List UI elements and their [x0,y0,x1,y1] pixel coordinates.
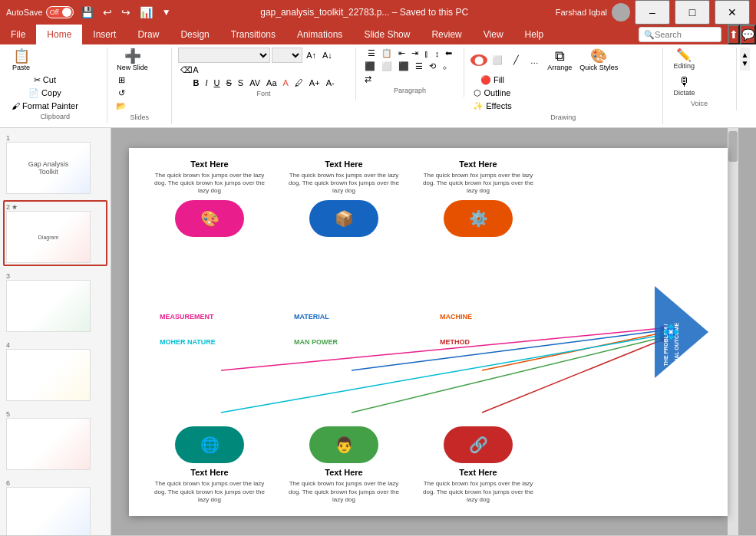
tab-slideshow[interactable]: Slide Show [353,25,421,44]
tab-view[interactable]: View [473,25,514,44]
tab-draw[interactable]: Draw [127,25,170,44]
dictate-button[interactable]: 🎙 Dictate [669,74,700,98]
indent-less-button[interactable]: ⇤ [396,48,408,59]
ribbon-group-slides: ➕ New Slide ⊞ ↺ 📂 Slides [111,48,172,124]
reset-button[interactable]: ↺ [114,87,129,99]
rtl-button[interactable]: ⬅ [443,48,454,59]
numbering-button[interactable]: 📋 [379,48,395,59]
slide-thumb-1[interactable]: 1 Gap AnalysisToolkit [3,131,107,197]
search-icon: 🔍 [644,30,655,40]
shape-line[interactable]: ╱ [507,54,524,66]
shadow-button[interactable]: S [236,77,246,88]
convert-button[interactable]: ⇄ [362,74,374,85]
underline-button[interactable]: U [212,77,223,88]
text-direction-button[interactable]: ⟲ [427,61,438,72]
case-button[interactable]: Aa [264,77,279,88]
shape-outline-button[interactable]: ⬡ Outline [470,87,513,99]
undo-button[interactable]: ↩ [101,5,114,19]
options-button[interactable]: ▼ [160,6,173,18]
autosave-control[interactable]: AutoSave Off [6,6,74,18]
copy-button[interactable]: 📄 Copy [9,87,81,99]
svg-line-1 [352,330,662,370]
svg-line-2 [482,333,662,370]
smartart-button[interactable]: ⬦ [440,61,450,72]
columns-button[interactable]: ⫿ [422,48,431,59]
font-size-select[interactable] [272,48,302,63]
slide-thumb-2[interactable]: 2 ★ Diagram [3,200,107,266]
scrollbar-thumb[interactable] [728,131,738,162]
svg-line-4 [352,337,662,413]
tab-transitions[interactable]: Transitions [220,25,286,44]
label-method: METHOD [440,338,470,346]
tab-insert[interactable]: Insert [82,25,127,44]
layout-button[interactable]: ⊞ [114,74,129,86]
shape-more[interactable]: … [526,54,543,66]
tab-review[interactable]: Review [421,25,472,44]
decrease-font-button[interactable]: A↓ [320,50,335,61]
font-size-dec2[interactable]: A- [324,77,337,88]
ribbon-group-voice: ✏️ Editing 🎙 Dictate Voice [666,48,737,110]
tab-bar: File Home Insert Draw Design Transitions… [0,25,756,44]
increase-font-button[interactable]: A↑ [304,50,319,61]
ribbon-group-paragraph: ☰ 📋 ⇤ ⇥ ⫿ ↕ ⬅ ⬛ ⬜ ⬛ ☰ ⟲ ⬦ ⇄ Paragraph [359,48,464,97]
justify-button[interactable]: ☰ [413,61,425,72]
shape-effects-button[interactable]: ✨ Effects [470,100,513,112]
font-size-inc2[interactable]: A+ [307,77,322,88]
strikethrough-button[interactable]: S [224,77,234,88]
ribbon-group-drawing: ⬤ ⬜ ╱ … ⧉ Arrange 🎨 Quick Styles 🔴 Fill … [467,48,662,124]
shape-fill-button[interactable]: 🔴 Fill [470,74,513,86]
bold-button[interactable]: B [191,77,202,88]
bottom-item-1-icon: 🌐 [175,426,244,463]
section-button[interactable]: 📂 [114,100,129,112]
paste-button[interactable]: 📋 Paste [9,48,33,73]
slide-preview-4 [6,349,91,401]
shape-rect[interactable]: ⬜ [489,54,506,66]
align-right-button[interactable]: ⬛ [396,61,411,72]
restore-button[interactable]: □ [675,0,710,25]
slide-thumb-5[interactable]: 5 [3,407,107,473]
save-button[interactable]: 💾 [78,5,96,19]
autosave-toggle[interactable]: Off [46,6,74,18]
label-moher: MOHER NATURE [160,338,216,346]
new-slide-button[interactable]: ➕ New Slide [114,48,151,73]
label-measurement: MEASUREMENT [160,313,214,321]
comments-button[interactable]: 💬 [740,25,756,44]
arrange-button[interactable]: ⧉ Arrange [544,48,575,73]
canvas-area[interactable]: Text Here The quick brown fox jumps over… [111,128,756,535]
tab-home[interactable]: Home [36,25,82,44]
vertical-scrollbar[interactable] [728,128,738,535]
italic-button[interactable]: I [203,77,210,88]
slide-thumb-3[interactable]: 3 [3,269,107,335]
align-center-button[interactable]: ⬜ [379,61,395,72]
cut-button[interactable]: ✂ Cut [9,74,81,86]
slide-thumb-6[interactable]: 6 [3,476,107,535]
font-family-select[interactable] [178,48,270,63]
tab-help[interactable]: Help [514,25,555,44]
top-item-1-title: Text Here [152,159,267,169]
share-button[interactable]: ⬆ [728,25,740,44]
present-button[interactable]: 📊 [137,5,155,19]
indent-more-button[interactable]: ⇥ [409,48,421,59]
search-input[interactable] [655,30,716,39]
highlight-button[interactable]: 🖊 [292,77,305,88]
line-spacing-button[interactable]: ↕ [433,48,442,59]
ribbon-scroll[interactable]: ▲ ▼ [740,48,750,71]
slide-thumb-4[interactable]: 4 [3,338,107,404]
bullets-button[interactable]: ☰ [365,48,378,59]
editing-mode-button[interactable]: ✏️ Editing [669,48,700,71]
top-item-1-desc: The quick brown fox jumps over the lazy … [152,172,267,196]
clear-format-button[interactable]: ⌫A [178,64,200,76]
close-button[interactable]: ✕ [715,0,750,25]
redo-button[interactable]: ↪ [119,5,133,19]
minimize-button[interactable]: – [635,0,670,25]
tab-design[interactable]: Design [170,25,220,44]
font-color-button[interactable]: A [281,77,291,88]
spacing-button[interactable]: AV [247,77,262,88]
align-left-button[interactable]: ⬛ [362,61,378,72]
tab-file[interactable]: File [0,25,36,44]
shape-oval[interactable]: ⬤ [470,54,487,66]
format-painter-button[interactable]: 🖌 Format Painter [9,100,81,111]
label-material: MATERIAL [294,313,329,321]
quick-styles-button[interactable]: 🎨 Quick Styles [576,48,621,73]
tab-animations[interactable]: Animations [286,25,353,44]
